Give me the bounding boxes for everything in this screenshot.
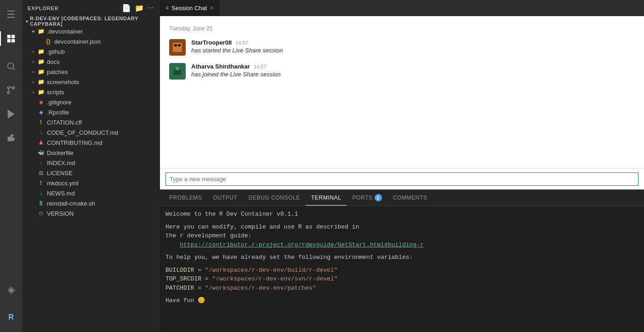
more-actions-icon[interactable]: ··· xyxy=(147,3,154,13)
file-code-of-conduct[interactable]: ↓ CODE_OF_CONDUCT.md xyxy=(22,127,160,137)
svg-marker-9 xyxy=(8,110,14,118)
sidebar-title: Explorer xyxy=(28,6,59,11)
file-devcontainer-json[interactable]: {} devcontainer.json xyxy=(22,36,160,46)
folder-arrow: › xyxy=(29,49,37,54)
file-version[interactable]: ⊙ VERSION xyxy=(22,208,160,218)
terminal-link[interactable]: https://contributor.r-project.org/rdevgu… xyxy=(180,241,424,248)
terminal-line: https://contributor.r-project.org/rdevgu… xyxy=(165,240,638,250)
tab-output[interactable]: OUTPUT xyxy=(208,190,243,206)
file-gitignore[interactable]: ◆ .gitignore xyxy=(22,97,160,107)
file-name: VERSION xyxy=(47,210,74,217)
folder-icon: 📁 xyxy=(37,58,45,65)
chat-panel: Tuesday, June 25 StarTrooper08 14:57 xyxy=(160,16,644,189)
source-control-icon[interactable] xyxy=(0,79,22,101)
tab-close-icon[interactable]: × xyxy=(210,4,213,11)
folder-icon: 📁 xyxy=(37,79,45,85)
file-dockerfile[interactable]: 🐳 Dockerfile xyxy=(22,148,160,158)
r-package-icon[interactable]: R xyxy=(0,306,22,328)
folder-name: scripts xyxy=(47,89,64,96)
message-content: StarTrooper08 14:57 has started the Live… xyxy=(191,39,283,56)
folder-arrow: › xyxy=(29,59,37,64)
ports-badge: 2 xyxy=(375,194,382,201)
message-sender: Atharva Shirdhankar xyxy=(191,63,250,70)
file-reinstall-cmake[interactable]: $ reinstall-cmake.sh xyxy=(22,198,160,208)
svg-rect-11 xyxy=(174,44,177,46)
run-debug-icon[interactable] xyxy=(0,103,22,125)
new-folder-icon[interactable]: 📁 xyxy=(134,3,145,13)
svg-point-6 xyxy=(7,86,10,89)
tab-problems[interactable]: PROBLEMS xyxy=(164,190,208,206)
tab-ports[interactable]: PORTS 2 xyxy=(347,190,387,206)
search-icon[interactable] xyxy=(0,55,22,77)
message-header: Atharva Shirdhankar 14:57 xyxy=(191,63,280,70)
svg-point-4 xyxy=(8,63,14,69)
chat-tab-icon: ≡ xyxy=(165,5,169,11)
folder-name: .devcontainer xyxy=(47,28,83,35)
svg-rect-3 xyxy=(11,39,15,42)
message-sender: StarTrooper08 xyxy=(191,39,232,46)
gitignore-icon: ◆ xyxy=(37,99,45,105)
tab-terminal[interactable]: TERMINAL xyxy=(306,190,347,206)
file-name: CODE_OF_CONDUCT.md xyxy=(47,129,118,136)
svg-rect-17 xyxy=(175,72,180,75)
message-content: Atharva Shirdhankar 14:57 has joined the… xyxy=(191,63,280,80)
tab-session-chat[interactable]: ≡ Session Chat × xyxy=(160,0,220,16)
svg-line-5 xyxy=(13,68,15,70)
file-tree: ▾ R-DEV-ENV [CODESPACES: LEGENDARY CAPYB… xyxy=(22,16,160,332)
file-news[interactable]: ↓ NEWS.md xyxy=(22,188,160,198)
main-content: ≡ Session Chat × Tuesday, June 25 xyxy=(160,0,644,332)
docker-icon: 🐳 xyxy=(37,149,45,156)
file-name: LICENSE xyxy=(47,170,73,177)
folder-patches[interactable]: › 📁 patches xyxy=(22,67,160,77)
file-name: Dockerfile xyxy=(47,149,74,156)
license-icon: ⚖ xyxy=(37,170,45,176)
folder-screenshots[interactable]: › 📁 screenshots xyxy=(22,77,160,87)
svg-rect-13 xyxy=(173,49,182,52)
folder-github[interactable]: › 📁 .github xyxy=(22,46,160,57)
folder-icon: 📁 xyxy=(37,89,45,95)
file-rprofile[interactable]: ◈ .Rprofile xyxy=(22,107,160,117)
menu-icon[interactable]: ☰ xyxy=(0,4,22,26)
folder-scripts[interactable]: › 📁 scripts xyxy=(22,87,160,97)
file-mkdocs[interactable]: ! mkdocs.yml xyxy=(22,178,160,188)
rprofile-icon: ◈ xyxy=(37,109,45,115)
file-name: INDEX.md xyxy=(47,160,75,166)
explorer-icon[interactable] xyxy=(0,28,22,50)
file-index[interactable]: ↓ INDEX.md xyxy=(22,158,160,168)
repo-header[interactable]: ▾ R-DEV-ENV [CODESPACES: LEGENDARY CAPYB… xyxy=(22,16,160,26)
file-license[interactable]: ⚖ LICENSE xyxy=(22,168,160,178)
file-contributing[interactable]: ♟ CONTRIBUTING.md xyxy=(22,137,160,148)
tab-debug-console[interactable]: DEBUG CONSOLE xyxy=(243,190,306,206)
sidebar: Explorer 📄 📁 ··· ▾ R-DEV-ENV [CODESPACES… xyxy=(22,0,160,332)
chat-input[interactable] xyxy=(165,172,638,186)
file-citation[interactable]: ! CITATION.cff xyxy=(22,117,160,127)
extensions-icon[interactable] xyxy=(0,127,22,149)
folder-icon: 📁 xyxy=(37,28,45,34)
terminal-line: BUILDDIR = "/workspaces/r-dev-env/build/… xyxy=(165,266,638,275)
message-time: 14:57 xyxy=(235,40,248,46)
sh-icon: $ xyxy=(37,200,45,206)
yml-icon: ! xyxy=(37,180,45,186)
avatar xyxy=(169,63,186,80)
contributing-icon: ♟ xyxy=(37,139,45,146)
panel-tabs: PROBLEMS OUTPUT DEBUG CONSOLE TERMINAL P… xyxy=(160,190,644,206)
folder-arrow: › xyxy=(29,80,37,85)
terminal-line: PATCHDIR = "/workspaces/r-dev-env/patche… xyxy=(165,284,638,293)
new-file-icon[interactable]: 📄 xyxy=(121,3,132,13)
tab-bar: ≡ Session Chat × xyxy=(160,0,644,16)
svg-rect-1 xyxy=(11,35,15,38)
file-name: CITATION.cff xyxy=(47,119,82,126)
liveshare-icon[interactable]: ◈ xyxy=(0,279,22,301)
folder-docs[interactable]: › 📁 docs xyxy=(22,57,160,67)
svg-rect-2 xyxy=(7,39,11,42)
activity-bar: ☰ ◈ R xyxy=(0,0,22,332)
folder-name: .github xyxy=(47,48,65,55)
tab-comments[interactable]: COMMENTS xyxy=(388,190,433,206)
chat-date: Tuesday, June 25 xyxy=(169,25,635,32)
tab-label: Session Chat xyxy=(171,5,207,11)
folder-devcontainer[interactable]: ▾ 📁 .devcontainer xyxy=(22,26,160,36)
repo-arrow: ▾ xyxy=(26,19,28,24)
repo-name: R-DEV-ENV [CODESPACES: LEGENDARY CAPYBAR… xyxy=(30,16,156,27)
terminal-content[interactable]: Welcome to the R Dev Container v0.1.1 He… xyxy=(160,206,644,332)
file-name: reinstall-cmake.sh xyxy=(47,200,95,207)
